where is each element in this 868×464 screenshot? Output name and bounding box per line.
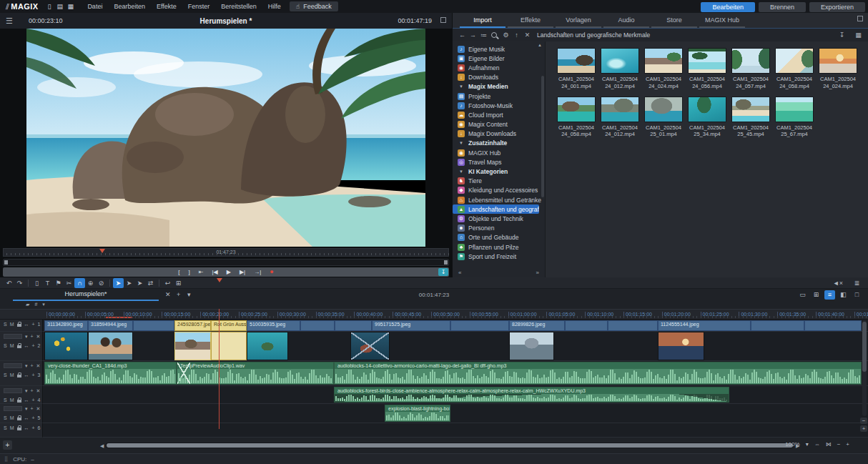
tab-effekte[interactable]: Effekte: [508, 16, 553, 28]
sidebar-item-pflanzen-und-pilze[interactable]: ♣Pflanzen und Pilze: [453, 242, 545, 252]
mode-brennen-button[interactable]: Brennen: [759, 2, 806, 12]
track-resize-icon[interactable]: ↔: [24, 372, 29, 377]
arrange-export-button[interactable]: ↧: [438, 268, 448, 276]
track-lock-icon[interactable]: [17, 324, 21, 327]
timeline-view[interactable]: ≡: [824, 290, 835, 300]
chevron-down-icon[interactable]: ▼: [458, 141, 465, 145]
fit-object-icon[interactable]: ⋈: [826, 441, 832, 448]
track-height-minus-button[interactable]: −: [860, 418, 867, 424]
track-header-6[interactable]: SM↔+6: [0, 423, 43, 438]
track-close-icon[interactable]: ✕: [36, 334, 41, 340]
sidebar-item-magix-downloads[interactable]: ↓Magix Downloads: [453, 129, 545, 139]
image-object[interactable]: [211, 332, 247, 360]
track-name-field[interactable]: [4, 334, 22, 339]
delete-icon[interactable]: ▯: [31, 278, 42, 288]
sidebar-item-travel-maps[interactable]: ◎Travel Maps: [453, 157, 545, 167]
feedback-button[interactable]: ☝ Feedback: [290, 1, 338, 11]
menu-bereitstellen[interactable]: Bereitstellen: [215, 1, 262, 11]
track-header-1[interactable]: SM↔+1: [0, 320, 43, 332]
forward-button[interactable]: →: [468, 31, 478, 39]
jump-start-button[interactable]: ⇤: [199, 267, 204, 277]
track-mute-button[interactable]: M: [10, 398, 14, 403]
video-object-label[interactable]: [133, 320, 174, 331]
sidebar-item-eigene-bilder[interactable]: ▣Eigene Bilder: [453, 54, 545, 63]
snap-magnet-icon[interactable]: ∩: [74, 278, 85, 288]
video-object-label[interactable]: [608, 320, 658, 331]
track-name-field[interactable]: [4, 363, 22, 368]
new-project-icon[interactable]: ▯: [44, 3, 54, 10]
media-thumbnail[interactable]: CAM1_20250425_45.mp4: [731, 97, 770, 139]
media-thumbnail[interactable]: CAM1_20250425_67.mp4: [775, 97, 814, 139]
audio-object[interactable]: explosion-blast-lightning-bolt…: [385, 405, 450, 422]
mute-icon[interactable]: ◄×: [832, 278, 844, 288]
video-object-label[interactable]: [335, 320, 372, 331]
horizontal-scrollbar[interactable]: [106, 443, 794, 448]
video-object-label[interactable]: [804, 320, 862, 331]
track-resize-icon[interactable]: ↔: [24, 343, 29, 348]
media-thumbnail[interactable]: CAM1_20250424_001.mp4: [557, 48, 596, 90]
redo-icon[interactable]: ↷: [14, 278, 25, 288]
detach-window[interactable]: □: [852, 290, 862, 300]
media-thumbnail[interactable]: CAM1_20250424_056.mp4: [688, 48, 726, 90]
track-header-4[interactable]: ▾+✕SM↔+4: [0, 386, 43, 404]
sidebar-item-magix-medien[interactable]: ▼Magix Medien: [453, 82, 545, 92]
open-project-icon[interactable]: ▤: [54, 3, 65, 10]
storyboard-view[interactable]: ⊞: [811, 290, 822, 300]
tab-store[interactable]: Store: [651, 16, 697, 28]
media-thumbnail[interactable]: CAM1_20250424_012.mp4: [601, 48, 639, 90]
track-add-icon[interactable]: +: [31, 334, 34, 339]
track-header-5[interactable]: ▾+✕SM↔+5: [0, 404, 43, 423]
sidebar-item-landschaften-und-geografisch[interactable]: ▲Landschaften und geografisch...: [453, 204, 539, 214]
play-button[interactable]: ▶: [227, 267, 231, 277]
media-thumbnail[interactable]: CAM1_20250425_34.mp4: [688, 97, 726, 139]
tree-view-button[interactable]: ≔: [478, 31, 489, 39]
tree-scroll-up-icon[interactable]: ▲: [538, 43, 542, 47]
sidebar-item-fotoshow-musik[interactable]: ♪Fotoshow-Musik: [453, 101, 545, 110]
menu-hilfe[interactable]: Hilfe: [262, 1, 287, 11]
track-mute-button[interactable]: M: [10, 372, 14, 377]
track-resize-icon[interactable]: ↔: [24, 398, 29, 403]
media-thumbnail[interactable]: CAM1_20250424_058.mp4: [775, 48, 814, 90]
track-mute-button[interactable]: M: [10, 322, 14, 327]
audio-object[interactable]: audioblocks-forest-birds-close-ambience-…: [334, 387, 729, 403]
track-header-2[interactable]: ▾+✕SM↔+2: [0, 332, 43, 361]
image-object[interactable]: [509, 332, 554, 360]
menu-datei[interactable]: Datei: [82, 1, 108, 11]
track-dropdown-icon[interactable]: ▾: [25, 334, 28, 340]
save-project-icon[interactable]: ▦: [65, 3, 76, 10]
track-add-icon[interactable]: +: [31, 388, 34, 393]
track-header-3[interactable]: ▾+✕SM↔+3: [0, 361, 43, 386]
audio-object[interactable]: very-close-thunder_CA1_184d.mp3: [44, 362, 177, 385]
mouse-mode-track-icon[interactable]: ➤: [134, 278, 145, 288]
preview-scrub-bar[interactable]: [3, 259, 449, 266]
track-close-icon[interactable]: ✕: [36, 388, 41, 394]
image-object[interactable]: [658, 332, 704, 360]
grid-view-button[interactable]: ▦: [853, 31, 864, 39]
image-object[interactable]: [174, 332, 211, 360]
track-move-icon[interactable]: +: [32, 372, 35, 377]
track-solo-button[interactable]: S: [4, 322, 7, 327]
curve-mode-icon[interactable]: ↩: [162, 278, 173, 288]
tree-scrollbar[interactable]: [541, 76, 544, 197]
track-lock-icon[interactable]: [17, 400, 21, 403]
back-button[interactable]: ←: [457, 31, 468, 39]
track-add-icon[interactable]: +: [31, 363, 34, 368]
track-options-icon[interactable]: ▾: [42, 302, 45, 307]
video-object-label[interactable]: 311342890.jpeg: [44, 320, 88, 331]
audio-object[interactable]: TempPreviewAudioClip1.wav: [177, 362, 334, 385]
menu-fenster[interactable]: Fenster: [182, 1, 216, 11]
marker-icon[interactable]: ⚑: [53, 278, 64, 288]
tab-audio[interactable]: Audio: [603, 16, 649, 28]
mode-bearbeiten-button[interactable]: Bearbeiten: [701, 2, 755, 12]
clear-search-button[interactable]: ✕: [522, 31, 533, 39]
title-icon[interactable]: T: [42, 278, 53, 288]
track-move-icon[interactable]: +: [32, 415, 35, 420]
track-dropdown-icon[interactable]: ▾: [25, 406, 28, 412]
mouse-mode-exchange-icon[interactable]: ⇄: [145, 278, 156, 288]
media-thumbnail[interactable]: CAM1_20250425_01.mp4: [644, 97, 683, 139]
sidebar-item-lebensmittel-und-getr-nke[interactable]: ♨Lebensmittel und Getränke: [453, 195, 545, 204]
group-icon[interactable]: ⊕: [85, 278, 96, 288]
video-object-label[interactable]: [300, 320, 335, 331]
preview-layout-view[interactable]: ▭: [797, 290, 808, 300]
track-move-icon[interactable]: +: [32, 322, 35, 327]
